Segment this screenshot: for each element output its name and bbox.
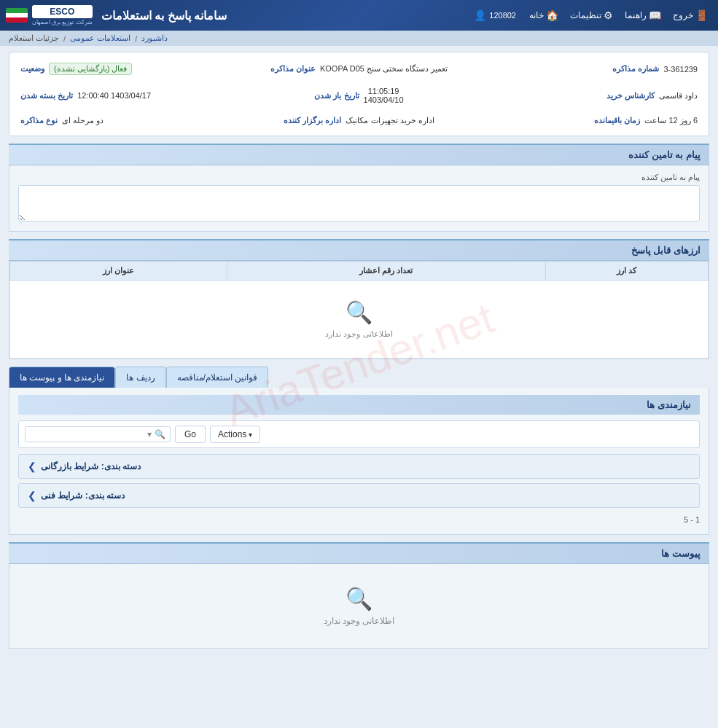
nav-guide-label: راهنما — [625, 10, 647, 20]
status-badge: فعال (بازگشایی نشده) — [49, 63, 132, 75]
message-section-header: پیام به تامین کننده — [9, 144, 709, 165]
status-label: وضعیت — [20, 64, 44, 74]
nav-exit[interactable]: 🚪 خروج — [668, 7, 712, 24]
buyer-value: داود قاسمی — [659, 91, 698, 101]
buyer-label: کارشناس خرید — [606, 91, 655, 101]
attachments-empty-text: اطلاعاتی وجود ندارد — [324, 616, 395, 626]
top-navbar: 🚪 خروج 📖 راهنما ⚙ تنظیمات 🏠 خانه 120802 … — [0, 0, 718, 31]
attachments-header: پیوست ها — [9, 542, 709, 564]
inquiry-info-card: 3-361239 شماره مذاکره تعمیر دستگاه سختی … — [9, 52, 709, 136]
message-label: پیام به تامین کننده — [18, 173, 700, 182]
inquiry-title-label: عنوان مذاکره — [270, 64, 316, 74]
col-currency-title: عنوان ارز — [10, 262, 227, 281]
collapsible-commercial[interactable]: دسته بندی: شرایط بازرگانی ❯ — [18, 454, 700, 479]
open-date-label: تاریخ باز شدن — [314, 91, 359, 101]
collapse-icon-commercial: ❯ — [28, 461, 36, 472]
org-label: اداره برگزار کننده — [284, 116, 341, 125]
info-remaining: 6 روز 12 ساعت زمان باقیمانده — [472, 113, 698, 128]
currencies-header: ارزهای قابل پاسخ — [9, 239, 709, 261]
info-org: اداره خرید تجهیزات مکانیک اداره برگزار ک… — [246, 113, 472, 128]
currencies-section: ارزهای قابل پاسخ کد ارز تعداد رقم اعشار … — [9, 239, 709, 359]
attachments-empty: 🔍 اطلاعاتی وجود ندارد — [18, 571, 700, 641]
open-date-value: 11:05:19 1403/04/10 — [364, 87, 404, 104]
guide-icon: 📖 — [649, 9, 661, 21]
attachments-section: پیوست ها 🔍 اطلاعاتی وجود ندارد — [9, 542, 709, 649]
nav-right: سامانه پاسخ به استعلامات ESCO شرکت توزیع… — [6, 5, 227, 26]
info-title: تعمیر دستگاه سختی سنج KOOPA D05 عنوان مذ… — [246, 60, 472, 78]
info-grid: 3-361239 شماره مذاکره تعمیر دستگاه سختی … — [20, 60, 698, 128]
nav-left: 🚪 خروج 📖 راهنما ⚙ تنظیمات 🏠 خانه 120802 … — [474, 7, 712, 24]
nav-exit-label: خروج — [673, 10, 693, 20]
settings-icon: ⚙ — [604, 9, 613, 21]
currencies-empty: 🔍 اطلاعاتی وجود ندارد — [17, 285, 701, 353]
main-content: 3-361239 شماره مذاکره تعمیر دستگاه سختی … — [0, 46, 718, 662]
info-open-date: 11:05:19 1403/04/10 تاریخ باز شدن — [246, 84, 472, 107]
org-value: اداره خرید تجهیزات مکانیک — [346, 116, 434, 125]
esco-logo: ESCO — [32, 5, 93, 18]
search-attach-icon: 🔍 — [33, 586, 685, 611]
message-section: پیام به تامین کننده پیام به تامین کننده — [9, 144, 709, 232]
info-close-date: 1403/04/17 12:00:40 تاریخ بسته شدن — [20, 84, 246, 107]
close-date-label: تاریخ بسته شدن — [20, 91, 73, 101]
type-label: نوع مذاکره — [20, 116, 58, 125]
tab-rows[interactable]: ردیف ها — [115, 367, 165, 388]
col-currency-code: کد ارز — [545, 262, 708, 281]
info-status: فعال (بازگشایی نشده) وضعیت — [20, 60, 246, 78]
currencies-table: کد ارز تعداد رقم اعشار عنوان ارز 🔍 اطلاع… — [9, 261, 709, 359]
iran-flag — [6, 8, 28, 23]
tabs-bar: نیازمندی ها و پیوست ها ردیف ها قوانین اس… — [9, 367, 709, 388]
user-id: 120802 — [489, 11, 516, 20]
info-buyer: داود قاسمی کارشناس خرید — [472, 84, 698, 107]
pagination-info: 1 - 5 — [18, 512, 700, 527]
dropdown-icon: ▾ — [147, 429, 152, 439]
tab-requirements[interactable]: نیازمندی ها و پیوست ها — [9, 367, 115, 388]
info-type: دو مرحله ای نوع مذاکره — [20, 113, 246, 128]
breadcrumb: جزئیات استعلام / استعلامات عمومی / داشبو… — [0, 31, 718, 46]
close-date-value: 1403/04/17 12:00:40 — [77, 91, 151, 100]
go-button[interactable]: Go — [175, 426, 206, 443]
nav-guide[interactable]: 📖 راهنما — [620, 7, 666, 24]
info-number: 3-361239 شماره مذاکره — [472, 60, 698, 78]
message-section-body: پیام به تامین کننده — [9, 165, 709, 232]
logo-area: ESCO شرکت توزیع برق اصفهان — [6, 5, 93, 26]
breadcrumb-current: جزئیات استعلام — [9, 34, 59, 43]
search-empty-icon: 🔍 — [32, 300, 686, 325]
nav-home[interactable]: 🏠 خانه — [525, 7, 563, 24]
nav-home-label: خانه — [529, 10, 544, 20]
breadcrumb-general[interactable]: استعلامات عمومی — [70, 34, 130, 43]
collapse-icon-technical: ❯ — [28, 490, 36, 501]
search-icon: 🔍 — [155, 429, 165, 439]
actions-label: Actions — [218, 429, 246, 439]
message-textarea[interactable] — [18, 185, 700, 222]
user-icon: 👤 — [474, 9, 486, 21]
requirements-section: نیازمندی ها و پیوست ها ردیف ها قوانین اس… — [9, 367, 709, 535]
inquiry-title-value: تعمیر دستگاه سختی سنج KOOPA D05 — [320, 64, 448, 74]
technical-label: دسته بندی: شرایط فنی — [41, 490, 125, 501]
requirements-body: نیازمندی ها 🔍 ▾ Go ▾ Actions دسته بندی: … — [9, 388, 709, 535]
tab-rules[interactable]: قوانین استعلام/مناقصه — [166, 367, 269, 388]
remaining-label: زمان باقیمانده — [594, 116, 640, 125]
actions-button[interactable]: ▾ Actions — [210, 426, 260, 443]
exit-icon: 🚪 — [695, 9, 708, 21]
nav-settings-label: تنظیمات — [570, 10, 601, 20]
type-value: دو مرحله ای — [62, 116, 104, 125]
home-icon: 🏠 — [546, 9, 558, 21]
breadcrumb-dashboard[interactable]: داشبورد — [141, 34, 168, 43]
toolbar: 🔍 ▾ Go ▾ Actions — [18, 420, 700, 448]
inquiry-number-value: 3-361239 — [664, 65, 698, 74]
requirements-sub-header: نیازمندی ها — [18, 395, 700, 415]
collapsible-technical[interactable]: دسته بندی: شرایط فنی ❯ — [18, 483, 700, 508]
search-bar: 🔍 ▾ — [25, 426, 171, 442]
dropdown-arrow-icon: ▾ — [249, 431, 252, 439]
app-title: سامانه پاسخ به استعلامات — [101, 9, 227, 23]
currencies-empty-text: اطلاعاتی وجود ندارد — [325, 329, 392, 338]
remaining-value: 6 روز 12 ساعت — [644, 116, 698, 125]
attachments-body: 🔍 اطلاعاتی وجود ندارد — [9, 564, 709, 649]
currencies-body: کد ارز تعداد رقم اعشار عنوان ارز 🔍 اطلاع… — [9, 261, 709, 359]
inquiry-number-label: شماره مذاکره — [612, 64, 659, 74]
commercial-label: دسته بندی: شرایط بازرگانی — [41, 461, 141, 471]
col-decimal-count: تعداد رقم اعشار — [227, 262, 545, 281]
nav-settings[interactable]: ⚙ تنظیمات — [566, 7, 617, 24]
